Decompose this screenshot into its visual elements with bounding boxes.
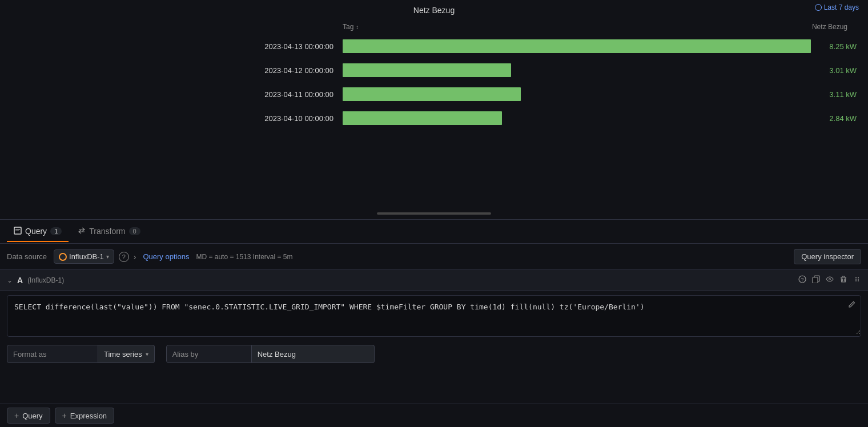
bar-row: 2023-04-13 00:00:00 8.25 kW bbox=[11, 34, 857, 58]
datasource-label: Data source bbox=[7, 252, 47, 261]
chart-title: Netz Bezug bbox=[0, 0, 868, 19]
svg-point-8 bbox=[855, 277, 857, 278]
transform-tab-badge: 0 bbox=[129, 227, 140, 235]
format-as-value: Time series bbox=[104, 350, 142, 358]
chart-table: Tag ↕ Netz Bezug 2023-04-13 00:00:00 8.2… bbox=[0, 19, 868, 130]
eye-icon[interactable] bbox=[826, 275, 834, 285]
bar-container bbox=[343, 39, 811, 53]
bar-fill bbox=[343, 87, 521, 101]
bar-value: 2.84 kW bbox=[811, 114, 857, 123]
query-block-header: ⌄ A (InfluxDB-1) ? bbox=[0, 270, 868, 291]
add-expression-label: Expression bbox=[70, 412, 107, 420]
chevron-down-icon: ▾ bbox=[106, 253, 109, 260]
bar-container bbox=[343, 87, 811, 101]
query-block: ⌄ A (InfluxDB-1) ? bbox=[0, 270, 868, 404]
collapse-icon[interactable]: ⌄ bbox=[7, 276, 13, 284]
add-query-label: Query bbox=[22, 412, 42, 420]
query-tab-badge: 1 bbox=[50, 227, 62, 235]
tag-column-header: Tag ↕ bbox=[11, 23, 359, 31]
transform-tab-icon bbox=[78, 227, 86, 236]
tab-query[interactable]: Query 1 bbox=[7, 222, 69, 242]
format-as-select[interactable]: Time series ▾ bbox=[98, 345, 155, 363]
bar-container bbox=[343, 111, 811, 125]
query-inspector-button[interactable]: Query inspector bbox=[794, 249, 861, 264]
svg-point-13 bbox=[858, 280, 859, 281]
query-tab-icon bbox=[14, 227, 22, 236]
clock-icon bbox=[815, 4, 822, 11]
delete-icon[interactable] bbox=[839, 275, 847, 285]
transform-tab-label: Transform bbox=[89, 227, 125, 236]
format-row: Format as Time series ▾ Alias by bbox=[0, 341, 868, 366]
scroll-indicator bbox=[377, 212, 491, 215]
datasource-name: InfluxDB-1 bbox=[69, 252, 104, 261]
add-query-button[interactable]: + Query bbox=[7, 408, 50, 424]
svg-point-10 bbox=[855, 279, 857, 280]
bar-row: 2023-04-11 00:00:00 3.11 kW bbox=[11, 82, 857, 106]
help-icon[interactable]: ? bbox=[119, 252, 129, 262]
svg-point-9 bbox=[858, 277, 859, 278]
query-tab-label: Query bbox=[25, 227, 47, 236]
toolbar-row: Data source InfluxDB-1 ▾ ? › Query optio… bbox=[0, 244, 868, 270]
time-range-label: Last 7 days bbox=[824, 3, 859, 11]
bar-rows: 2023-04-13 00:00:00 8.25 kW 2023-04-12 0… bbox=[11, 34, 857, 130]
query-options-button[interactable]: Query options bbox=[143, 252, 189, 261]
bar-date: 2023-04-12 00:00:00 bbox=[11, 66, 343, 75]
bar-value: 3.01 kW bbox=[811, 66, 857, 75]
query-panel: Query 1 Transform 0 Data source InfluxDB… bbox=[0, 220, 868, 427]
format-as-label: Format as bbox=[7, 345, 98, 363]
bar-fill bbox=[343, 111, 502, 125]
plus-icon: + bbox=[14, 411, 19, 420]
tabs-row: Query 1 Transform 0 bbox=[0, 220, 868, 244]
svg-point-7 bbox=[829, 279, 831, 280]
expression-plus-icon: + bbox=[62, 411, 67, 420]
sort-icon: ↕ bbox=[356, 24, 359, 30]
datasource-select[interactable]: InfluxDB-1 ▾ bbox=[54, 249, 114, 264]
bottom-bar: + Query + Expression bbox=[0, 404, 868, 427]
sql-editor bbox=[7, 295, 861, 337]
alias-by-label: Alias by bbox=[166, 345, 252, 363]
bar-date: 2023-04-10 00:00:00 bbox=[11, 114, 343, 123]
tab-transform[interactable]: Transform 0 bbox=[71, 222, 147, 242]
value-column-header: Netz Bezug bbox=[812, 23, 847, 31]
sql-textarea[interactable] bbox=[7, 296, 861, 335]
copy-icon[interactable] bbox=[812, 275, 820, 285]
influxdb-icon bbox=[59, 253, 67, 261]
bar-fill bbox=[343, 39, 811, 53]
datasource-tag: (InfluxDB-1) bbox=[27, 276, 64, 284]
bar-date: 2023-04-11 00:00:00 bbox=[11, 90, 343, 99]
alias-by-input[interactable] bbox=[252, 345, 375, 363]
svg-rect-6 bbox=[813, 277, 818, 283]
query-actions: ? bbox=[798, 275, 861, 285]
bar-value: 8.25 kW bbox=[811, 42, 857, 51]
query-help-icon[interactable]: ? bbox=[798, 275, 806, 285]
time-range-button[interactable]: Last 7 days bbox=[815, 3, 859, 11]
svg-point-11 bbox=[858, 279, 859, 280]
svg-text:?: ? bbox=[801, 277, 803, 283]
query-meta: MD = auto = 1513 Interval = 5m bbox=[196, 253, 292, 261]
bar-date: 2023-04-13 00:00:00 bbox=[11, 42, 343, 51]
drag-handle-icon[interactable] bbox=[853, 275, 861, 285]
bar-fill bbox=[343, 63, 511, 77]
bar-container bbox=[343, 63, 811, 77]
chart-area: Netz Bezug Last 7 days Tag ↕ Netz Bezug … bbox=[0, 0, 868, 220]
bar-row: 2023-04-12 00:00:00 3.01 kW bbox=[11, 58, 857, 82]
format-chevron-icon: ▾ bbox=[146, 351, 148, 357]
bar-row: 2023-04-10 00:00:00 2.84 kW bbox=[11, 106, 857, 130]
add-expression-button[interactable]: + Expression bbox=[55, 408, 115, 424]
edit-icon[interactable] bbox=[848, 300, 856, 310]
svg-point-12 bbox=[855, 280, 857, 281]
expand-icon[interactable]: › bbox=[134, 252, 136, 261]
bar-value: 3.11 kW bbox=[811, 90, 857, 99]
query-letter: A bbox=[17, 276, 23, 285]
chart-header: Tag ↕ Netz Bezug bbox=[11, 19, 857, 34]
